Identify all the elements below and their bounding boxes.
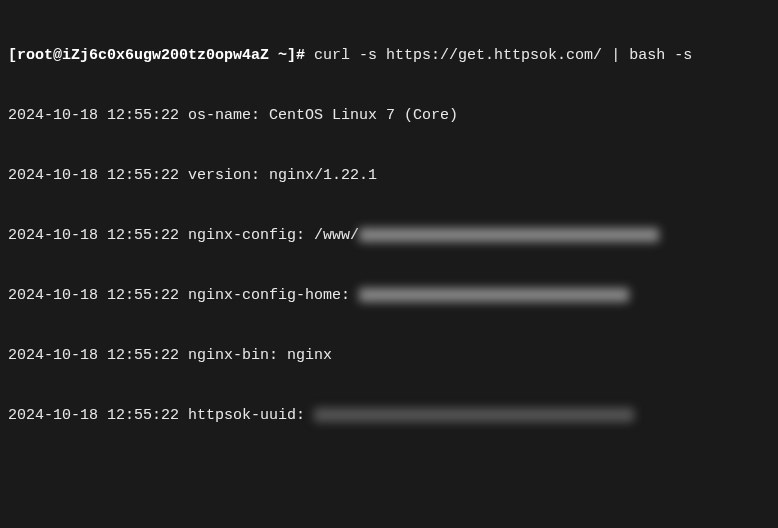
info-nginx-bin: 2024-10-18 12:55:22 nginx-bin: nginx — [8, 346, 770, 366]
terminal-output: [root@iZj6c0x6ugw200tz0opw4aZ ~]# curl -… — [0, 0, 778, 528]
prompt-line-1[interactable]: [root@iZj6c0x6ugw200tz0opw4aZ ~]# curl -… — [8, 46, 770, 66]
shell-prompt: [root@iZj6c0x6ugw200tz0opw4aZ ~]# — [8, 47, 305, 64]
info-httpsok-uuid: 2024-10-18 12:55:22 httpsok-uuid: — [8, 406, 770, 426]
command-text: curl -s https://get.httpsok.com/ | bash … — [314, 47, 692, 64]
info-osname: 2024-10-18 12:55:22 os-name: CentOS Linu… — [8, 106, 770, 126]
info-nginx-config-home: 2024-10-18 12:55:22 nginx-config-home: — [8, 286, 770, 306]
info-version: 2024-10-18 12:55:22 version: nginx/1.22.… — [8, 166, 770, 186]
info-nginx-config: 2024-10-18 12:55:22 nginx-config: /www/ — [8, 226, 770, 246]
